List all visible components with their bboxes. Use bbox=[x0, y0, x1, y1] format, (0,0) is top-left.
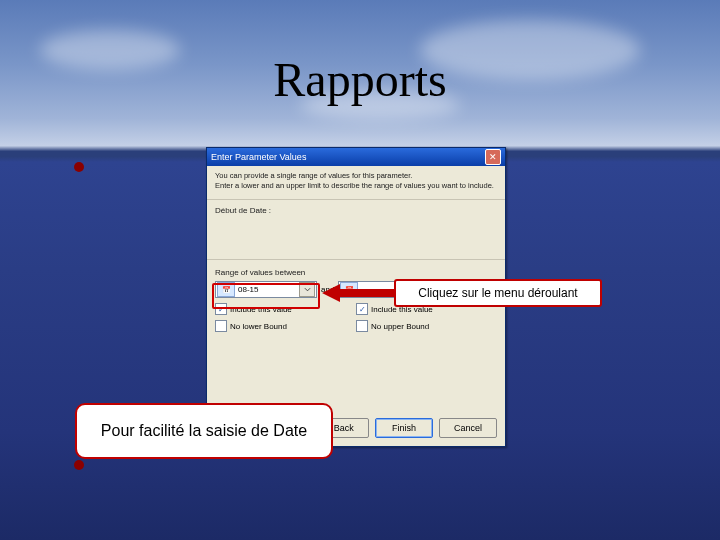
start-date-value: 08-15 bbox=[236, 285, 299, 294]
instructions-line: Enter a lower and an upper limit to desc… bbox=[215, 181, 497, 191]
param-name-label: Début de Date : bbox=[207, 200, 505, 217]
include-upper-checkbox[interactable]: ✓ bbox=[356, 303, 368, 315]
close-icon[interactable]: ✕ bbox=[485, 149, 501, 165]
checkbox-label: No upper Bound bbox=[371, 322, 429, 331]
no-upper-checkbox[interactable] bbox=[356, 320, 368, 332]
finish-button[interactable]: Finish bbox=[375, 418, 433, 438]
chevron-down-icon bbox=[304, 287, 311, 292]
slide-title: Rapports bbox=[0, 52, 720, 107]
list-bullet bbox=[74, 460, 84, 470]
dialog-title-text: Enter Parameter Values bbox=[211, 152, 306, 162]
list-bullet bbox=[74, 162, 84, 172]
bottom-note-callout: Pour facilité la saisie de Date bbox=[75, 403, 333, 459]
dialog-titlebar[interactable]: Enter Parameter Values ✕ bbox=[207, 148, 505, 166]
range-label: Range of values between bbox=[215, 262, 497, 279]
start-date-field[interactable]: 📅 08-15 bbox=[215, 281, 317, 298]
no-lower-checkbox[interactable] bbox=[215, 320, 227, 332]
dropdown-button[interactable] bbox=[299, 282, 315, 297]
svg-marker-0 bbox=[322, 284, 400, 302]
dialog-instructions: You can provide a single range of values… bbox=[207, 166, 505, 200]
arrow-left-icon bbox=[322, 282, 400, 304]
instructions-line: You can provide a single range of values… bbox=[215, 171, 497, 181]
calendar-icon[interactable]: 📅 bbox=[217, 282, 235, 297]
cancel-button[interactable]: Cancel bbox=[439, 418, 497, 438]
checkbox-label: No lower Bound bbox=[230, 322, 287, 331]
dropdown-hint-callout: Cliquez sur le menu déroulant bbox=[394, 279, 602, 307]
include-lower-checkbox[interactable]: ✓ bbox=[215, 303, 227, 315]
checkbox-label: Include this value bbox=[230, 305, 292, 314]
